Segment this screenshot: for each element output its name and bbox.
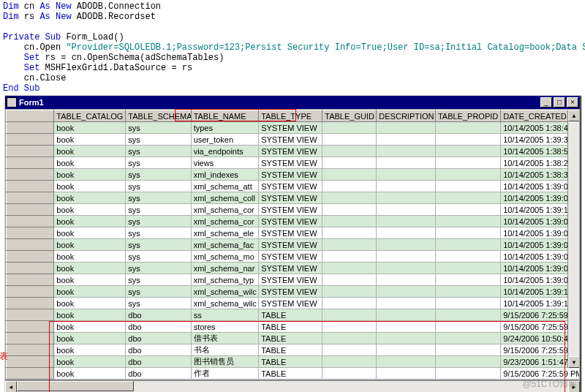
row-header[interactable] <box>7 368 54 380</box>
cell[interactable] <box>322 181 377 192</box>
table-row[interactable]: booksysxml_schema_moSYSTEM VIEW10/14/200… <box>7 251 581 263</box>
cell[interactable]: SYSTEM VIEW <box>259 192 322 204</box>
cell[interactable]: xml_indexes <box>191 169 259 181</box>
row-header[interactable] <box>7 181 54 192</box>
column-header[interactable]: TABLE_SCHEMA <box>126 110 191 122</box>
table-row[interactable]: bookdbo作者TABLE9/15/2006 7:25:59 PM <box>7 368 581 380</box>
cell[interactable] <box>322 227 377 239</box>
cell[interactable] <box>377 263 436 274</box>
cell[interactable] <box>377 368 436 380</box>
cell[interactable]: SYSTEM VIEW <box>259 239 322 251</box>
cell[interactable] <box>435 274 500 286</box>
cell[interactable]: book <box>54 368 126 380</box>
cell[interactable] <box>322 368 377 380</box>
cell[interactable] <box>322 333 377 344</box>
cell[interactable] <box>377 181 436 192</box>
row-header[interactable] <box>7 239 54 251</box>
cell[interactable] <box>322 251 377 263</box>
table-row[interactable]: booksysxml_schema_attSYSTEM VIEW10/14/20… <box>7 181 581 192</box>
table-row[interactable]: booksysxml_schema_collSYSTEM VIEW10/14/2… <box>7 192 581 204</box>
row-header[interactable] <box>7 169 54 181</box>
cell[interactable]: TABLE <box>259 333 322 344</box>
column-header[interactable]: TABLE_GUID <box>322 110 377 122</box>
row-header[interactable] <box>7 146 54 157</box>
column-header[interactable]: TABLE_NAME <box>191 110 259 122</box>
cell[interactable] <box>377 298 436 309</box>
cell[interactable]: book <box>54 169 126 181</box>
cell[interactable] <box>322 192 377 204</box>
cell[interactable]: via_endpoints <box>191 146 259 157</box>
table-row[interactable]: booksysxml_schema_wilcSYSTEM VIEW10/14/2… <box>7 286 581 298</box>
cell[interactable] <box>435 216 500 227</box>
cell[interactable]: book <box>54 122 126 134</box>
cell[interactable]: xml_schema_typ <box>191 274 259 286</box>
cell[interactable] <box>435 157 500 169</box>
cell[interactable]: book <box>54 286 126 298</box>
cell[interactable]: xml_schema_wilc <box>191 298 259 309</box>
table-row[interactable]: booksysxml_schema_typSYSTEM VIEW10/14/20… <box>7 274 581 286</box>
minimize-button[interactable]: _ <box>540 97 552 108</box>
row-header[interactable] <box>7 204 54 216</box>
cell[interactable]: SYSTEM VIEW <box>259 122 322 134</box>
cell[interactable]: types <box>191 122 259 134</box>
column-header[interactable]: TABLE_CATALOG <box>54 110 126 122</box>
cell[interactable]: sys <box>126 251 191 263</box>
cell[interactable] <box>322 321 377 333</box>
cell[interactable] <box>435 333 500 344</box>
cell[interactable]: sys <box>126 192 191 204</box>
cell[interactable]: book <box>54 227 126 239</box>
cell[interactable] <box>435 134 500 146</box>
row-header[interactable] <box>7 356 54 368</box>
cell[interactable] <box>377 157 436 169</box>
cell[interactable]: book <box>54 204 126 216</box>
cell[interactable]: sys <box>126 157 191 169</box>
cell[interactable]: xml_schema_mo <box>191 251 259 263</box>
cell[interactable]: SYSTEM VIEW <box>259 146 322 157</box>
row-header[interactable] <box>7 216 54 227</box>
cell[interactable] <box>435 239 500 251</box>
cell[interactable]: SYSTEM VIEW <box>259 227 322 239</box>
cell[interactable]: xml_schema_wilc <box>191 286 259 298</box>
cell[interactable]: 作者 <box>191 368 259 380</box>
cell[interactable]: book <box>54 321 126 333</box>
table-row[interactable]: booksysxml_schema_narSYSTEM VIEW10/14/20… <box>7 263 581 274</box>
cell[interactable] <box>377 169 436 181</box>
cell[interactable]: book <box>54 181 126 192</box>
cell[interactable]: xml_schema_coll <box>191 192 259 204</box>
cell[interactable]: book <box>54 356 126 368</box>
cell[interactable] <box>377 122 436 134</box>
row-header[interactable] <box>7 321 54 333</box>
cell[interactable] <box>322 344 377 356</box>
cell[interactable] <box>435 368 500 380</box>
cell[interactable] <box>322 146 377 157</box>
cell[interactable]: user_token <box>191 134 259 146</box>
cell[interactable]: xml_schema_att <box>191 181 259 192</box>
table-row[interactable]: bookdbossTABLE9/15/2006 7:25:59 PM <box>7 309 581 321</box>
row-header[interactable] <box>7 286 54 298</box>
cell[interactable]: dbo <box>126 309 191 321</box>
row-header-blank[interactable] <box>7 110 54 122</box>
row-header[interactable] <box>7 344 54 356</box>
cell[interactable] <box>322 239 377 251</box>
cell[interactable]: xml_schema_ele <box>191 227 259 239</box>
cell[interactable]: xml_schema_cor <box>191 216 259 227</box>
cell[interactable] <box>322 169 377 181</box>
cell[interactable]: book <box>54 274 126 286</box>
cell[interactable] <box>322 216 377 227</box>
row-header[interactable] <box>7 134 54 146</box>
column-header[interactable]: TABLE_TYPE <box>259 110 322 122</box>
cell[interactable]: sys <box>126 227 191 239</box>
cell[interactable]: sys <box>126 122 191 134</box>
cell[interactable] <box>435 122 500 134</box>
cell[interactable] <box>435 169 500 181</box>
cell[interactable] <box>435 356 500 368</box>
column-header[interactable]: DESCRIPTION <box>377 110 436 122</box>
row-header[interactable] <box>7 122 54 134</box>
cell[interactable]: TABLE <box>259 344 322 356</box>
cell[interactable]: sys <box>126 274 191 286</box>
cell[interactable] <box>435 227 500 239</box>
row-header[interactable] <box>7 227 54 239</box>
cell[interactable]: sys <box>126 181 191 192</box>
flexgrid[interactable]: TABLE_CATALOGTABLE_SCHEMATABLE_NAMETABLE… <box>5 109 580 380</box>
cell[interactable] <box>377 333 436 344</box>
